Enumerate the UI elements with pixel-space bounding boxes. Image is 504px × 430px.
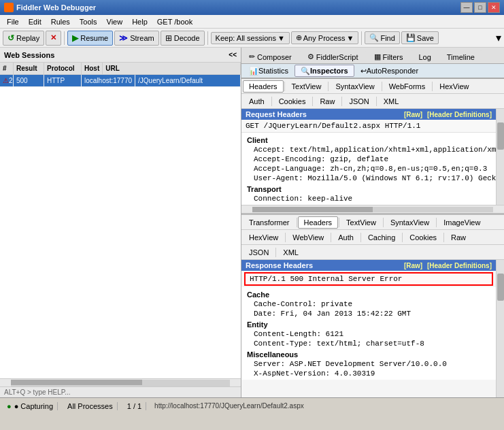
minimize-button[interactable]: — xyxy=(460,2,473,13)
menu-rules[interactable]: Rules xyxy=(47,16,74,27)
res-tab-webview[interactable]: WebView xyxy=(286,231,330,244)
process-label: All Processes xyxy=(67,402,113,410)
req-tab-raw[interactable]: Raw xyxy=(314,95,341,108)
res-header-date: Date: Fri, 04 Jan 2013 15:42:22 GMT xyxy=(243,309,494,318)
tab-timeline[interactable]: Timeline xyxy=(439,50,482,63)
top-tabs-row: ✏ Composer ⚙ FiddlerScript ▦ Filters Log… xyxy=(241,48,504,64)
count-status: 1 / 1 xyxy=(123,402,146,410)
decode-button[interactable]: ⊞ Decode xyxy=(161,31,205,46)
request-headers-section-header: Request Headers [Raw] [Header Definition… xyxy=(241,109,496,120)
request-first-line: GET /JQueryLearn/Default2.aspx HTTP/1.1 xyxy=(241,120,496,133)
req-tab-webforms[interactable]: WebForms xyxy=(383,80,432,93)
menu-file[interactable]: File xyxy=(3,16,23,27)
res-tab-auth[interactable]: Auth xyxy=(332,231,360,244)
res-tab-imageview[interactable]: ImageView xyxy=(437,216,486,229)
tab-fiddlerscript[interactable]: ⚙ FiddlerScript xyxy=(300,50,366,63)
replay-button[interactable]: ↺ Replay xyxy=(3,31,44,46)
x-button[interactable]: ✕ xyxy=(46,31,61,46)
lower-vscroll[interactable] xyxy=(496,260,504,397)
res-group-cache: Cache xyxy=(243,288,494,299)
tab-statistics[interactable]: 📊 Statistics xyxy=(243,65,295,77)
toolbar-options-button[interactable]: ▾ xyxy=(496,31,501,44)
fiddlerscript-icon: ⚙ xyxy=(307,52,314,61)
req-tab-cookies[interactable]: Cookies xyxy=(273,95,312,108)
res-header-defs-link[interactable]: [Header Definitions] xyxy=(427,262,492,269)
request-subtabs-row2: Auth Cookies Raw JSON XML xyxy=(241,94,504,109)
sep xyxy=(382,82,382,91)
tab-inspectors[interactable]: 🔍 Inspectors xyxy=(295,65,354,77)
req-tab-hexview[interactable]: HexView xyxy=(433,80,475,93)
find-icon: 🔍 xyxy=(369,33,379,42)
tab-log[interactable]: Log xyxy=(411,50,438,63)
any-process-button[interactable]: ⊕ Any Process ▼ xyxy=(291,31,359,44)
res-tab-json[interactable]: JSON xyxy=(243,246,275,259)
save-icon: 💾 xyxy=(406,33,416,42)
sep xyxy=(432,82,433,91)
sep xyxy=(297,218,297,227)
x-label: ✕ xyxy=(50,33,56,42)
upper-vscroll[interactable] xyxy=(496,109,504,205)
cell-host: localhost:17770 xyxy=(82,75,135,86)
col-result: Result xyxy=(14,63,44,74)
upper-content-wrapper: Request Headers [Raw] [Header Definition… xyxy=(241,109,504,205)
res-tab-headers[interactable]: Headers xyxy=(298,216,339,229)
upper-hscroll[interactable] xyxy=(241,205,504,213)
res-header-aspnet: X-AspNet-Version: 4.0.30319 xyxy=(243,369,494,378)
tab-filters[interactable]: ▦ Filters xyxy=(367,50,411,63)
sessions-collapse-button[interactable]: << xyxy=(229,51,237,59)
res-tab-xml[interactable]: XML xyxy=(277,246,305,259)
tab-autoresponder[interactable]: ↩ AutoResponder xyxy=(354,65,424,77)
keep-sessions-button[interactable]: Keep: All sessions ▼ xyxy=(211,32,290,44)
response-headers-section-header: Response Headers [Raw] [Header Definitio… xyxy=(241,260,496,271)
req-tab-xml[interactable]: XML xyxy=(377,95,405,108)
lower-scroll-content: Response Headers [Raw] [Header Definitio… xyxy=(241,260,496,397)
menu-edit[interactable]: Edit xyxy=(24,16,46,27)
menu-view[interactable]: View xyxy=(103,16,127,27)
menu-tools[interactable]: Tools xyxy=(75,16,101,27)
close-button[interactable]: ✕ xyxy=(488,2,500,13)
menu-help[interactable]: Help xyxy=(128,16,152,27)
header-accept-encoding: Accept-Encoding: gzip, deflate xyxy=(243,154,494,164)
header-defs-link[interactable]: [Header Definitions] xyxy=(427,111,492,118)
composer-icon: ✏ xyxy=(249,52,255,61)
res-tab-cookies[interactable]: Cookies xyxy=(403,231,443,244)
window-controls[interactable]: — □ ✕ xyxy=(460,2,500,13)
cell-url: /JQueryLearn/Default xyxy=(135,75,241,86)
tab-composer[interactable]: ✏ Composer xyxy=(241,50,299,63)
res-tab-raw[interactable]: Raw xyxy=(445,231,472,244)
upper-scroll-content: Request Headers [Raw] [Header Definition… xyxy=(241,109,496,205)
res-tab-syntaxview[interactable]: SyntaxView xyxy=(384,216,435,229)
sep2 xyxy=(207,31,208,45)
resume-button[interactable]: ▶ Resume xyxy=(67,31,113,46)
req-tab-syntaxview[interactable]: SyntaxView xyxy=(329,80,380,93)
req-tab-auth[interactable]: Auth xyxy=(243,95,271,108)
stream-button[interactable]: ≫ Stream xyxy=(114,31,158,46)
statistics-label: Statistics xyxy=(258,67,288,75)
title-bar: Fiddler Web Debugger — □ ✕ xyxy=(0,0,504,15)
res-tab-hexview[interactable]: HexView xyxy=(243,231,284,244)
table-row[interactable]: ⚠ 2.. 500 HTTP localhost:17770 /JQueryLe… xyxy=(0,75,241,87)
capture-icon: ● xyxy=(7,402,12,410)
res-tab-textview[interactable]: TextView xyxy=(340,216,382,229)
composer-label: Composer xyxy=(257,53,292,61)
sep xyxy=(402,233,403,242)
statistics-icon: 📊 xyxy=(249,67,258,76)
req-tab-textview[interactable]: TextView xyxy=(286,80,328,93)
menu-get-book[interactable]: GET /book xyxy=(153,16,197,27)
sessions-panel: Web Sessions << # Result Protocol Host U… xyxy=(0,48,241,397)
status-bar: ● ● Capturing All Processes 1 / 1 http:/… xyxy=(0,397,504,414)
req-tab-headers[interactable]: Headers xyxy=(243,80,284,93)
sessions-header: Web Sessions << xyxy=(0,48,241,63)
filters-label: Filters xyxy=(383,53,403,61)
find-button[interactable]: 🔍 Find xyxy=(365,31,399,44)
req-tab-json[interactable]: JSON xyxy=(343,95,375,108)
inspectors-label: Inspectors xyxy=(310,67,348,75)
raw-link[interactable]: [Raw] xyxy=(404,111,422,118)
menu-bar: File Edit Rules Tools View Help GET /boo… xyxy=(0,15,504,29)
res-raw-link[interactable]: [Raw] xyxy=(404,262,422,269)
res-tab-transformer[interactable]: Transformer xyxy=(243,216,296,229)
maximize-button[interactable]: □ xyxy=(474,2,486,13)
sessions-hscroll[interactable] xyxy=(0,378,241,386)
res-tab-caching[interactable]: Caching xyxy=(362,231,401,244)
save-button[interactable]: 💾 Save xyxy=(401,31,439,44)
